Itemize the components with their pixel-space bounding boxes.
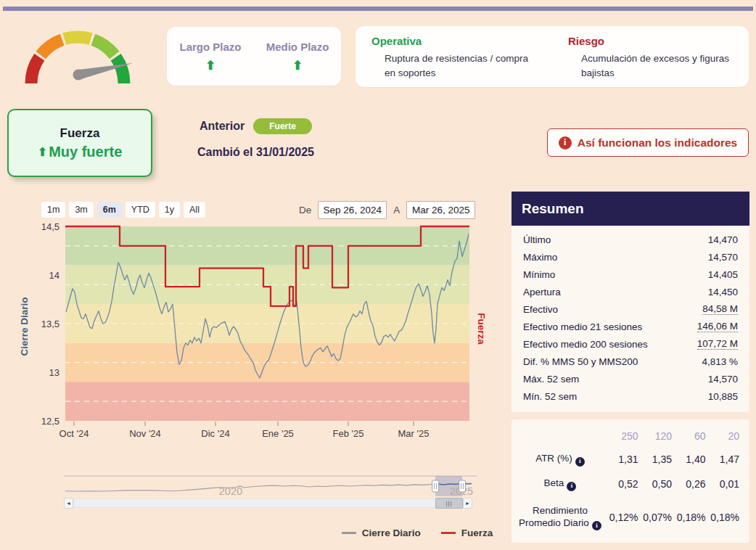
resumen-panel: Resumen Último14,470 Máximo14,570 Mínimo…	[511, 192, 749, 412]
stat-row: Mín. 52 sem10,885	[523, 387, 738, 405]
largo-plazo-cell: Largo Plazo ⬆	[167, 27, 254, 86]
metrics-table: 250 120 60 20 ATR (%)i 1,31 1,35 1,40 1,…	[516, 425, 739, 538]
fuerza-title: Fuerza	[60, 126, 100, 141]
svg-text:Nov '24: Nov '24	[129, 428, 161, 439]
table-cell: 0,01	[706, 478, 740, 490]
row-label-text: Beta	[544, 477, 564, 488]
stat-row: Máximo14,570	[523, 248, 738, 266]
range-button-all[interactable]: All	[184, 202, 205, 218]
up-arrow-icon: ⬆	[38, 145, 47, 159]
stat-row: Dif. % MMS 50 y MMS2004,813 %	[523, 353, 738, 370]
fuerza-status-card: Fuerza ⬆Muy fuerte	[7, 109, 152, 177]
svg-text:12,5: 12,5	[41, 416, 59, 427]
stat-value: 4,813 %	[702, 356, 738, 367]
fuerza-value-text: Muy fuerte	[49, 144, 122, 160]
svg-text:2020: 2020	[219, 485, 242, 497]
stat-label: Mínimo	[523, 269, 555, 280]
row-label-beta: Betai	[516, 477, 604, 491]
stat-row: Mínimo14,405	[523, 266, 738, 283]
stat-value-tooltip: 84,58 M	[702, 303, 738, 315]
gray-line-swatch-icon	[342, 532, 356, 534]
riesgo-text: Acumulación de excesos y figuras bajista…	[568, 52, 734, 81]
stat-row: Efectivo84,58 M	[523, 300, 738, 318]
stat-row: Efectivo medio 200 sesiones107,72 M	[523, 335, 738, 353]
scroll-right-button[interactable]: ►	[463, 498, 472, 509]
navigator-handle-right[interactable]	[459, 480, 466, 492]
stat-label: Efectivo medio 21 sesiones	[523, 321, 642, 332]
svg-text:13,5: 13,5	[41, 319, 59, 329]
stat-value: 14,450	[708, 287, 738, 297]
scrollbar-thumb[interactable]: |||	[435, 498, 463, 509]
date-to-label: A	[393, 205, 400, 216]
operativa-riesgo-card: Operativa Ruptura de resistencias / comp…	[356, 26, 749, 87]
range-button-1m[interactable]: 1m	[41, 202, 65, 218]
range-button-6m[interactable]: 6m	[97, 202, 122, 218]
date-from-input[interactable]	[318, 201, 387, 219]
y-axis-title-right: Fuerza	[476, 313, 486, 345]
gauge-icon	[18, 15, 140, 93]
table-cell: 0,18%	[706, 512, 740, 523]
column-header: 60	[672, 430, 706, 442]
table-cell: 1,31	[604, 453, 638, 465]
row-label-rendimiento: Rendimiento Promedio Diarioi	[516, 504, 604, 531]
svg-text:Mar '25: Mar '25	[398, 428, 430, 439]
legend-item-cierre-diario[interactable]: Cierre Diario	[342, 528, 421, 538]
column-header: 120	[638, 430, 673, 442]
chart-navigator[interactable]: 20202025	[0, 472, 486, 501]
svg-text:13: 13	[49, 367, 59, 378]
y-axis-title-left: Cierre Diario	[19, 297, 30, 356]
dashboard-page: Largo Plazo ⬆ Medio Plazo ⬆ Operativa Ru…	[0, 0, 756, 550]
cambio-date-text: Cambió el 31/01/2025	[197, 146, 314, 159]
navigator-handle-left[interactable]	[432, 480, 439, 492]
chart-scrollbar: ◄ ||| ►	[64, 498, 476, 509]
table-cell: 0,12%	[604, 512, 638, 523]
stat-row: Efectivo medio 21 sesiones146,06 M	[523, 318, 738, 335]
date-from-label: De	[299, 205, 311, 216]
como-funcionan-button[interactable]: i Así funcionan los indicadores	[547, 128, 749, 157]
info-icon[interactable]: i	[567, 482, 576, 491]
stat-value-tooltip: 146,06 M	[697, 321, 738, 332]
operativa-col: Operativa Ruptura de resistencias / comp…	[356, 33, 552, 87]
range-button-1y[interactable]: 1y	[159, 202, 180, 218]
operativa-title: Operativa	[371, 35, 538, 47]
legend-item-fuerza[interactable]: Fuerza	[441, 528, 493, 538]
stat-value: 14,570	[708, 374, 738, 385]
svg-text:Oct '24: Oct '24	[59, 428, 89, 439]
stat-row: Último14,470	[523, 231, 738, 248]
range-button-ytd[interactable]: YTD	[126, 202, 155, 218]
table-cell: 1,40	[672, 453, 706, 465]
up-arrow-icon: ⬆	[292, 59, 303, 72]
row-label-text: ATR (%)	[535, 453, 572, 464]
stat-value: 14,470	[708, 234, 738, 245]
up-arrow-icon: ⬆	[205, 59, 215, 72]
svg-text:14,5: 14,5	[41, 221, 59, 232]
legend-label: Cierre Diario	[362, 528, 421, 538]
table-cell: 0,18%	[672, 512, 706, 523]
date-to-input[interactable]	[406, 201, 475, 219]
row-label-atr: ATR (%)i	[516, 452, 604, 466]
price-strength-chart: 14,51413,51312,5Oct '24Nov '24Dic '24Ene…	[0, 221, 486, 448]
como-funcionan-label: Así funcionan los indicadores	[578, 136, 737, 149]
info-icon[interactable]: i	[575, 457, 585, 467]
stat-value-tooltip: 107,72 M	[697, 338, 738, 350]
stat-label: Efectivo medio 200 sesiones	[523, 339, 648, 350]
resumen-title: Resumen	[511, 192, 749, 226]
medio-plazo-cell: Medio Plazo ⬆	[254, 27, 341, 86]
chart-legend: Cierre Diario Fuerza	[319, 528, 515, 538]
range-selector: 1m 3m 6m YTD 1y All	[41, 202, 205, 218]
table-cell: 0,50	[638, 478, 673, 490]
range-button-3m[interactable]: 3m	[69, 202, 93, 218]
riesgo-col: Riesgo Acumulación de excesos y figuras …	[552, 33, 749, 87]
fuerza-value: ⬆Muy fuerte	[38, 144, 123, 160]
medio-plazo-label: Medio Plazo	[266, 41, 329, 53]
scroll-left-button[interactable]: ◄	[64, 498, 73, 509]
svg-text:14: 14	[49, 270, 59, 281]
scrollbar-track[interactable]	[73, 498, 463, 508]
metrics-table-card: 250 120 60 20 ATR (%)i 1,31 1,35 1,40 1,…	[511, 419, 749, 543]
date-range-controls: De A	[299, 201, 475, 219]
svg-text:Feb '25: Feb '25	[333, 428, 364, 439]
table-cell: 0,26	[672, 478, 706, 490]
riesgo-title: Riesgo	[568, 35, 734, 47]
info-icon[interactable]: i	[592, 521, 601, 530]
stat-label: Máximo	[523, 252, 557, 263]
